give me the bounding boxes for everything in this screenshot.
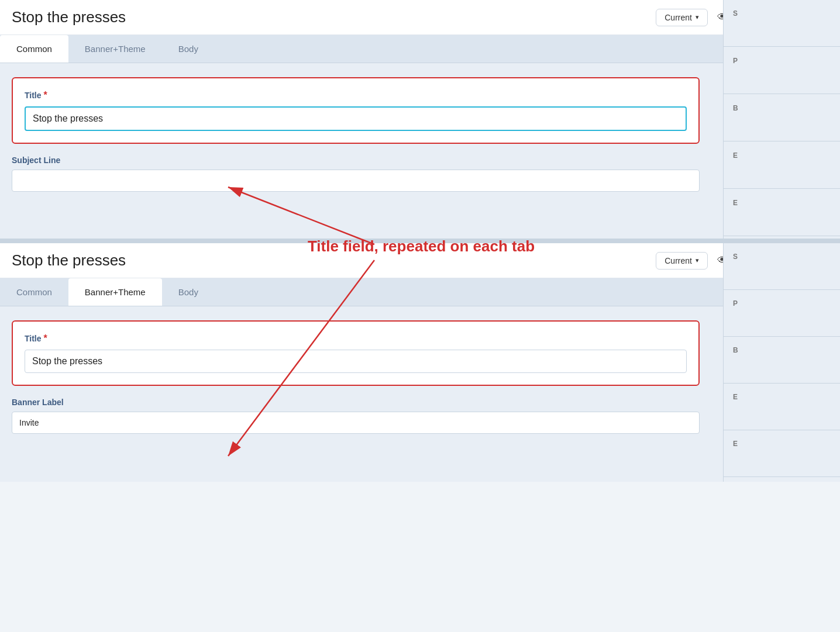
- subject-line-input-1[interactable]: [12, 170, 700, 192]
- subject-line-section-1: Subject Line: [12, 156, 700, 192]
- sidebar-block-e1: E: [724, 142, 840, 189]
- version-dropdown-1[interactable]: Current ▾: [656, 9, 708, 26]
- chevron-down-icon: ▾: [696, 13, 699, 21]
- panel-1: Stop the presses Current ▾ 👁 Live Previe…: [0, 0, 840, 239]
- banner-label-label: Banner Label: [12, 398, 700, 407]
- sidebar-block-p1: P: [724, 47, 840, 94]
- version-dropdown-2[interactable]: Current ▾: [656, 252, 708, 270]
- banner-label-input[interactable]: [12, 412, 700, 434]
- sidebar-block-b2: B: [724, 337, 840, 384]
- sidebar-block-p2: P: [724, 290, 840, 337]
- title-input-2[interactable]: [25, 350, 687, 373]
- panel-2-header: Stop the presses Current ▾ 👁 Live Previe…: [0, 243, 840, 278]
- banner-label-section: Banner Label: [12, 398, 700, 434]
- panel-2-content: Title * Banner Label S P B E E: [0, 306, 840, 482]
- tab-bar-2: Common Banner+Theme Body: [0, 278, 840, 306]
- sidebar-block-e4: E: [724, 430, 840, 477]
- panel-2: Stop the presses Current ▾ 👁 Live Previe…: [0, 243, 840, 482]
- title-field-card-2: Title *: [12, 320, 700, 386]
- title-input-1[interactable]: [25, 106, 687, 131]
- panel-1-header: Stop the presses Current ▾ 👁 Live Previe…: [0, 0, 840, 35]
- title-required-marker-2: *: [44, 333, 47, 344]
- sidebar-block-s2: S: [724, 243, 840, 290]
- panel-1-title: Stop the presses: [12, 8, 646, 26]
- panel-2-title: Stop the presses: [12, 251, 646, 270]
- sidebar-block-e3: E: [724, 384, 840, 430]
- tab-body-1[interactable]: Body: [162, 35, 215, 63]
- sidebar-block-s1: S: [724, 0, 840, 47]
- panel-separator: [0, 239, 840, 243]
- tab-common-2[interactable]: Common: [0, 278, 68, 306]
- panel-1-content: Title * Subject Line S P B E E: [0, 63, 840, 239]
- chevron-down-icon-2: ▾: [696, 257, 699, 264]
- tab-bar-1: Common Banner+Theme Body: [0, 35, 840, 63]
- title-field-label-2: Title *: [25, 333, 687, 344]
- title-field-label-1: Title *: [25, 90, 687, 101]
- sidebar-block-e2: E: [724, 189, 840, 236]
- title-field-card-1: Title *: [12, 77, 700, 144]
- title-required-marker-1: *: [44, 90, 47, 101]
- sidebar-block-b1: B: [724, 95, 840, 141]
- tab-banner-theme-2[interactable]: Banner+Theme: [68, 278, 162, 306]
- subject-line-label-1: Subject Line: [12, 156, 700, 165]
- tab-body-2[interactable]: Body: [162, 278, 215, 306]
- panel-1-sidebar: S P B E E: [723, 0, 840, 239]
- tab-banner-theme-1[interactable]: Banner+Theme: [68, 35, 162, 63]
- tab-common-1[interactable]: Common: [0, 35, 68, 63]
- panel-2-sidebar: S P B E E: [723, 243, 840, 482]
